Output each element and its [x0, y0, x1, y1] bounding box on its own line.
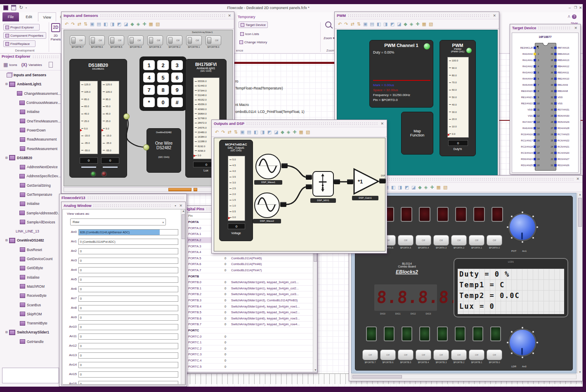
inputs-panel-canvas[interactable]: SwitchArraySlider1 Off $PORTB.7 Off $POR… — [64, 30, 233, 186]
target-device-toggle[interactable]: Target Device — [239, 21, 268, 28]
pwm-channel-component[interactable]: PWM Channel 1 Duty = 0.00% Mark = 0.00us… — [369, 40, 433, 108]
tab-file[interactable]: File — [2, 12, 19, 21]
refresh-icon[interactable]: ↻ — [19, 5, 23, 10]
pin-row[interactable]: ▴ PORTC — [183, 328, 317, 334]
connector-plug[interactable] — [306, 184, 312, 189]
toolbar-icon[interactable]: ▦ — [149, 22, 153, 26]
tree-item[interactable]: GetDeviceCount — [0, 254, 61, 263]
green-led[interactable] — [90, 171, 96, 177]
minimize-button[interactable]: – — [569, 6, 571, 10]
chip-pin-row[interactable]: RA7/AN7 13 28 RD5/AN29 — [513, 119, 578, 125]
close-icon[interactable]: ✕ — [178, 204, 183, 208]
port-switch[interactable]: Off $PORTB.2 — [167, 35, 182, 48]
collapse-ribbon-icon[interactable]: ᐱ — [568, 15, 570, 19]
chip-pin-row[interactable]: RD0/AN24 19 22 RD3/AN27 — [513, 156, 578, 162]
tree-item[interactable]: ResetMeasurement — [0, 144, 61, 153]
pin-row[interactable]: ▴ PORTB — [183, 273, 317, 279]
tree-expander-icon[interactable]: ⊟ — [4, 239, 9, 242]
chip-pin-row[interactable]: RA4/AN4 6 35 RB2/AN10 — [513, 75, 578, 82]
tree-expander-icon[interactable]: ⊟ — [4, 82, 9, 86]
port-switch[interactable]: Off$PORTB.3 — [433, 350, 449, 364]
toolbar-icon[interactable]: ◆ — [418, 185, 421, 190]
tree-item[interactable]: MatchROM — [0, 282, 61, 291]
close-button[interactable]: ✕ — [579, 6, 582, 10]
toolbar-icon[interactable]: ⇅ — [357, 22, 361, 26]
port-switch[interactable]: Off$PORTA.0 — [486, 235, 503, 249]
tree-item[interactable]: SkipROM — [0, 310, 61, 319]
toolbar-icon[interactable]: ◧ — [104, 22, 108, 26]
help-icon[interactable]: ? — [572, 14, 577, 19]
keypad-key[interactable]: 2 — [157, 60, 169, 70]
toolbar-icon[interactable]: ◩ — [390, 22, 395, 26]
project-explorer-button[interactable]: Project Explorer — [3, 24, 40, 31]
tree-item[interactable]: ScanBus — [0, 300, 61, 309]
close-icon[interactable]: ✕ — [380, 122, 385, 126]
pin-row[interactable]: PORTC.1 0 — [183, 340, 317, 346]
tree-item[interactable]: Initialise — [0, 107, 61, 116]
quick-access-caret-icon[interactable]: ▾ — [26, 6, 27, 9]
dsp-gain-component[interactable]: *1 — [353, 168, 380, 195]
tree-item[interactable]: Initialise — [0, 199, 61, 208]
pin-row[interactable]: PORTC.2 0 — [183, 345, 317, 352]
toolbar-icon[interactable]: ⇄ — [227, 130, 231, 134]
toolbar-icon[interactable]: ▤ — [370, 22, 374, 26]
wire-node-icon[interactable] — [143, 144, 149, 150]
analog-channel-row[interactable]: An12 0 — [63, 343, 180, 352]
port-switch[interactable]: Off $PORTB.6 — [89, 35, 105, 48]
chip-pin-row[interactable]: RD1/AN25 20 21 RD2/AN26 — [513, 162, 578, 168]
dsp-wave2-component[interactable] — [254, 192, 280, 218]
pin-row[interactable]: PORTB.5 0 SwitchArraySlider1(pin5), keyp… — [183, 310, 317, 316]
toolbar-icon[interactable]: ▤ — [247, 130, 251, 134]
pin-row[interactable]: PORTB.1 0 SwitchArraySlider1(pin1), keyp… — [183, 286, 317, 292]
keypad-key[interactable]: 0 — [157, 97, 169, 107]
change-history-toggle[interactable]: Change History — [239, 39, 267, 45]
toolbar-icon[interactable]: ◆ — [130, 22, 134, 26]
toolbar-icon[interactable]: ▧ — [429, 22, 433, 26]
close-icon[interactable]: ✕ — [575, 177, 580, 181]
analog-channel-row[interactable]: An4 0 — [63, 267, 180, 277]
analog-channel-row[interactable]: An16 0 — [63, 381, 180, 385]
tree-item[interactable]: ⊟ AmbientLight1 — [0, 80, 61, 89]
tree-item[interactable]: Inputs and Sensors — [0, 70, 61, 80]
tree-item[interactable]: ReadMeasurement — [0, 135, 61, 144]
connector-plug[interactable] — [281, 163, 288, 168]
toolbar-icon[interactable]: ↶ — [215, 130, 219, 134]
tree-item[interactable]: SampleAddressedD... — [0, 208, 61, 217]
tree-item[interactable]: ⊟ OneWireDS2482 — [0, 236, 61, 245]
toolbar-icon[interactable]: ◧ — [377, 22, 381, 26]
connector-plug[interactable] — [347, 179, 353, 184]
connector-plug[interactable] — [334, 179, 340, 184]
toolbar-icon[interactable]: ◈ — [137, 22, 140, 26]
tree-item[interactable]: LINK_LINE_13 — [0, 227, 61, 236]
port-switch[interactable]: Off $PORTB.7 — [70, 35, 85, 48]
analog-channel-row[interactable]: An14 0 — [63, 362, 180, 371]
toolbar-icon[interactable]: ▧ — [443, 185, 447, 190]
analog-channel-row[interactable]: An6 0 — [63, 286, 180, 296]
toolbar-icon[interactable]: ✚ — [430, 185, 434, 190]
tree-item[interactable]: GetHandle — [0, 337, 61, 346]
port-switch[interactable]: Off$PORTA.1 — [468, 235, 485, 249]
keypad-key[interactable]: 3 — [171, 60, 183, 70]
dac-component[interactable]: MCP47x6DAC DAC_Output1 (I2C CH2) 5.04.54… — [219, 140, 253, 241]
toolbar-icon[interactable]: ◈ — [410, 22, 413, 26]
tree-item[interactable]: OneTimeMeasurem... — [0, 116, 61, 125]
port-switch[interactable]: Off$PORTA.4 — [415, 235, 432, 249]
tree-item[interactable]: ReceiveByte — [0, 291, 61, 300]
chip-pin-row[interactable]: RC1/AN17 16 25 RC6/AN22 — [513, 137, 578, 143]
pin-row[interactable]: PORTB.3 0 SwitchArraySlider1(pin3), Comb… — [183, 298, 317, 304]
app-logo-icon[interactable] — [3, 5, 8, 10]
toolbar-icon[interactable]: ⇅ — [234, 130, 238, 134]
pin-icon[interactable]: ▪ — [174, 204, 177, 208]
port-switch[interactable]: Off$PORTA.3 — [433, 235, 449, 249]
ldr-knob[interactable] — [510, 330, 535, 355]
port-switch[interactable]: Off$PORTA.5 — [397, 235, 414, 249]
pin-row[interactable]: PORTB.2 0 SwitchArraySlider1(pin2), keyp… — [183, 291, 317, 298]
connector-plug[interactable] — [306, 175, 312, 180]
pin-row[interactable]: PORTA.6 0 ComboBL0114(PinA6) — [183, 261, 317, 268]
board-vscrollbar[interactable]: ▲▼ — [577, 193, 582, 373]
toolbar-icon[interactable]: ▧ — [156, 22, 160, 26]
toolbar-icon[interactable]: ↶ — [65, 22, 69, 26]
view-mode-dropdown[interactable]: Raw▾ — [70, 218, 166, 225]
toolbar-icon[interactable]: ◨ — [398, 185, 402, 190]
chip-pin-row[interactable]: RE3/MCLR 1 40 RB7/AN15 — [513, 45, 578, 51]
